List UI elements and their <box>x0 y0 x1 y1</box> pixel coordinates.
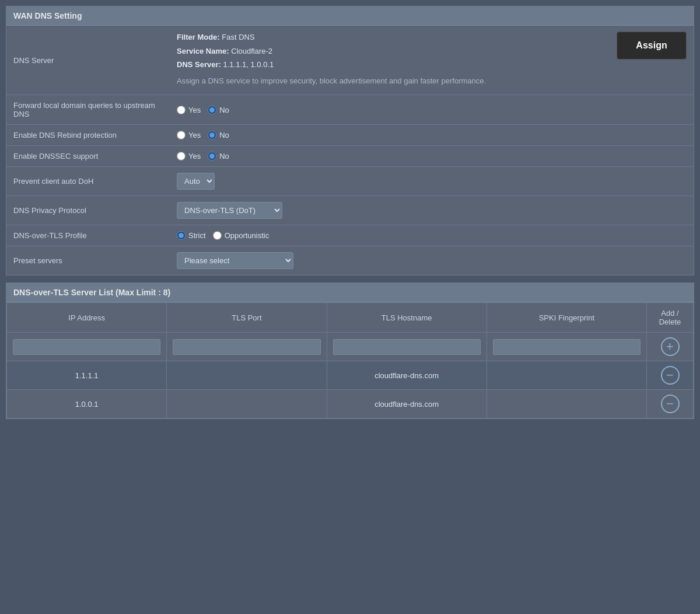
row1-ip: 1.1.1.1 <box>7 361 167 390</box>
service-name-line: Service Name: Cloudflare-2 <box>177 46 605 57</box>
dns-server-label: DNS Server <box>6 26 170 95</box>
privacy-protocol-row: DNS Privacy Protocol DNS-over-TLS (DoT) … <box>6 196 694 225</box>
rebind-no-label[interactable]: No <box>208 131 229 139</box>
dnssec-row: Enable DNSSEC support Yes No <box>6 146 694 167</box>
dns-server-line: DNS Server: 1.1.1.1, 1.0.0.1 <box>177 59 605 71</box>
remove-button-2[interactable]: − <box>661 395 680 413</box>
dns-server-value-cell: Filter Mode: Fast DNS Service Name: Clou… <box>170 26 694 95</box>
row1-port <box>167 361 327 390</box>
dnssec-radio-group: Yes No <box>177 152 687 161</box>
ip-input-cell <box>7 333 167 361</box>
wan-dns-title: WAN DNS Setting <box>13 11 82 20</box>
tls-strict-radio[interactable] <box>177 231 186 240</box>
add-button[interactable]: + <box>661 337 680 356</box>
spki-input[interactable] <box>493 339 640 355</box>
spki-input-cell <box>487 333 646 361</box>
server-list-panel: DNS-over-TLS Server List (Max Limit : 8)… <box>6 282 694 419</box>
server-input-row: + <box>7 333 694 361</box>
forward-no-label[interactable]: No <box>208 106 229 114</box>
tls-profile-label: DNS-over-TLS Profile <box>6 225 170 246</box>
remove-button-1[interactable]: − <box>661 366 680 385</box>
dns-server-row: DNS Server Filter Mode: Fast DNS Service… <box>6 26 694 95</box>
rebind-yes-radio[interactable] <box>177 131 186 139</box>
preset-servers-row: Preset servers Please select <box>6 246 694 275</box>
hostname-input[interactable] <box>333 339 481 355</box>
col-tls-port-header: TLS Port <box>167 303 327 333</box>
wan-dns-form-table: DNS Server Filter Mode: Fast DNS Service… <box>6 26 694 275</box>
forward-yes-radio[interactable] <box>177 106 186 114</box>
server-list-header-row: IP Address TLS Port TLS Hostname SPKI Fi… <box>7 303 694 333</box>
row1-spki <box>487 361 646 390</box>
forward-local-value: Yes No <box>170 95 694 125</box>
col-tls-hostname-header: TLS Hostname <box>327 303 487 333</box>
rebind-value: Yes No <box>170 125 694 146</box>
dnssec-yes-radio[interactable] <box>177 152 186 161</box>
rebind-radio-group: Yes No <box>177 131 687 139</box>
col-add-delete-header: Add / Delete <box>647 303 694 333</box>
dns-info-container: Filter Mode: Fast DNS Service Name: Clou… <box>177 32 687 89</box>
server-list-header: DNS-over-TLS Server List (Max Limit : 8) <box>6 283 694 302</box>
rebind-row: Enable DNS Rebind protection Yes No <box>6 125 694 146</box>
forward-no-radio[interactable] <box>208 106 216 114</box>
rebind-label: Enable DNS Rebind protection <box>6 125 170 146</box>
table-row: 1.0.0.1 cloudflare-dns.com − <box>7 390 694 418</box>
rebind-no-radio[interactable] <box>208 131 216 139</box>
dns-info-text: Filter Mode: Fast DNS Service Name: Clou… <box>177 32 605 89</box>
col-ip-header: IP Address <box>7 303 167 333</box>
prevent-doh-value: Auto Yes No <box>170 167 694 196</box>
assign-btn-container: Assign <box>617 32 687 60</box>
preset-servers-value: Please select <box>170 246 694 275</box>
rebind-yes-label[interactable]: Yes <box>177 131 201 139</box>
row2-hostname: cloudflare-dns.com <box>327 390 487 418</box>
wan-dns-panel: WAN DNS Setting DNS Server Filter Mode: … <box>6 6 694 275</box>
row2-ip: 1.0.0.1 <box>7 390 167 418</box>
prevent-doh-label: Prevent client auto DoH <box>6 167 170 196</box>
port-input[interactable] <box>173 339 320 355</box>
forward-local-radio-group: Yes No <box>177 106 687 114</box>
forward-yes-label[interactable]: Yes <box>177 106 201 114</box>
server-list-title: DNS-over-TLS Server List (Max Limit : 8) <box>13 288 170 297</box>
tls-strict-label[interactable]: Strict <box>177 231 206 240</box>
row1-delete-cell: − <box>647 361 694 390</box>
tls-opportunistic-radio[interactable] <box>213 231 222 240</box>
wan-dns-panel-header: WAN DNS Setting <box>6 6 694 26</box>
tls-profile-radio-group: Strict Opportunistic <box>177 231 687 240</box>
privacy-protocol-value: DNS-over-TLS (DoT) DNS-over-HTTPS (DoH) … <box>170 196 694 225</box>
preset-servers-label: Preset servers <box>6 246 170 275</box>
hostname-input-cell <box>327 333 487 361</box>
port-input-cell <box>167 333 327 361</box>
preset-servers-select[interactable]: Please select <box>177 252 293 269</box>
row2-delete-cell: − <box>647 390 694 418</box>
dnssec-no-label[interactable]: No <box>208 152 229 161</box>
col-spki-header: SPKI Fingerprint <box>487 303 646 333</box>
privacy-protocol-label: DNS Privacy Protocol <box>6 196 170 225</box>
table-row: 1.1.1.1 cloudflare-dns.com − <box>7 361 694 390</box>
privacy-protocol-select[interactable]: DNS-over-TLS (DoT) DNS-over-HTTPS (DoH) … <box>177 202 282 219</box>
tls-profile-row: DNS-over-TLS Profile Strict Opportunisti… <box>6 225 694 246</box>
prevent-doh-select[interactable]: Auto Yes No <box>177 173 215 190</box>
dnssec-label: Enable DNSSEC support <box>6 146 170 167</box>
tls-profile-value: Strict Opportunistic <box>170 225 694 246</box>
assign-button[interactable]: Assign <box>617 32 687 60</box>
dnssec-value: Yes No <box>170 146 694 167</box>
assign-description: Assign a DNS service to improve security… <box>177 75 605 87</box>
row2-port <box>167 390 327 418</box>
add-btn-cell: + <box>647 333 694 361</box>
dnssec-yes-label[interactable]: Yes <box>177 152 201 161</box>
filter-mode-line: Filter Mode: Fast DNS <box>177 32 605 43</box>
forward-local-row: Forward local domain queries to upstream… <box>6 95 694 125</box>
row1-hostname: cloudflare-dns.com <box>327 361 487 390</box>
row2-spki <box>487 390 646 418</box>
tls-opportunistic-label[interactable]: Opportunistic <box>213 231 270 240</box>
forward-local-label: Forward local domain queries to upstream… <box>6 95 170 125</box>
server-list-table: IP Address TLS Port TLS Hostname SPKI Fi… <box>6 302 694 418</box>
dnssec-no-radio[interactable] <box>208 152 216 161</box>
prevent-doh-row: Prevent client auto DoH Auto Yes No <box>6 167 694 196</box>
ip-input[interactable] <box>13 339 160 355</box>
